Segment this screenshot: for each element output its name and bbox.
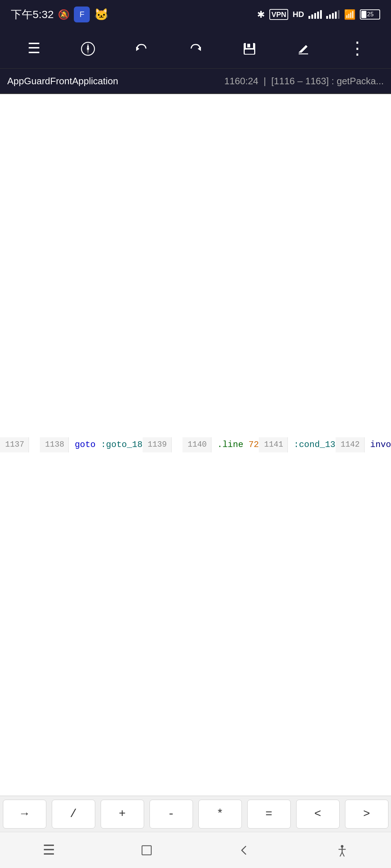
line-content: :cond_13: [288, 437, 335, 452]
nav-menu-icon: ☰: [43, 842, 55, 859]
more-icon: ⋮: [349, 38, 365, 59]
edit-icon: [296, 42, 310, 56]
app-icon-1: F: [74, 7, 90, 22]
greater-button[interactable]: >: [345, 800, 388, 829]
code-line-1142: 1142invoke-super {p0}, Landroid/app/Appl…: [336, 94, 391, 796]
file-info-bar: AppGuardFrontApplication 1160:24 | [1116…: [0, 69, 391, 94]
svg-rect-9: [245, 50, 254, 54]
bluetooth-icon: ✱: [257, 9, 265, 20]
status-left: 下午5:32 🔕 F 🐱: [11, 7, 109, 22]
nav-back-icon: [237, 843, 252, 858]
line-content: invoke-super {p0}, Landroid/app/Applicat…: [365, 437, 391, 452]
tab-button[interactable]: →: [3, 800, 46, 829]
nav-bar: ☰: [0, 832, 391, 868]
signal-bars-2: [326, 10, 340, 19]
nav-accessibility-icon: [335, 843, 349, 858]
code-editor[interactable]: 1137 1138goto :goto_181139 1140.line 721…: [0, 94, 391, 796]
status-bar: 下午5:32 🔕 F 🐱 ✱ VPN HD 📶 25: [0, 0, 391, 29]
app-icon-2: 🐱: [94, 8, 109, 21]
code-line-1137: 1137: [0, 94, 40, 796]
svg-line-15: [340, 852, 342, 856]
mute-icon: 🔕: [58, 9, 70, 20]
undo-icon: [134, 42, 149, 56]
signal-bars-1: [308, 10, 322, 19]
svg-marker-3: [87, 50, 89, 54]
line-number: 1141: [259, 437, 288, 452]
line-number: 1140: [182, 437, 211, 452]
line-content: goto :goto_18: [69, 437, 142, 452]
redo-icon: [188, 42, 203, 56]
line-number: 1142: [336, 437, 365, 452]
shortcuts-bar: → / + - * = < >: [0, 796, 391, 832]
save-button[interactable]: [237, 36, 262, 61]
line-range: [1116 – 1163] : getPacka...: [271, 76, 384, 86]
menu-button[interactable]: ☰: [21, 36, 47, 61]
line-number: 1138: [40, 437, 69, 452]
code-line-1140: 1140.line 72: [182, 94, 259, 796]
compass-icon: [81, 42, 95, 56]
svg-rect-11: [142, 846, 151, 855]
minus-button[interactable]: -: [150, 800, 193, 829]
line-number: 1139: [143, 437, 172, 452]
nav-home-button[interactable]: [132, 836, 161, 865]
more-button[interactable]: ⋮: [344, 36, 370, 61]
nav-back-button[interactable]: [230, 836, 259, 865]
file-position: 1160:24 | [1116 – 1163] : getPacka...: [224, 76, 384, 87]
menu-icon: ☰: [28, 40, 41, 58]
code-line-1139: 1139: [143, 94, 182, 796]
svg-marker-2: [87, 43, 89, 48]
nav-home-icon: [139, 843, 154, 858]
file-name: AppGuardFrontApplication: [7, 76, 118, 87]
svg-line-16: [342, 852, 344, 856]
nav-menu-button[interactable]: ☰: [34, 836, 63, 865]
nav-accessibility-button[interactable]: [328, 836, 357, 865]
separator: |: [261, 76, 271, 86]
cursor-position: 1160:24: [224, 76, 258, 86]
toolbar: ☰ ⋮: [0, 29, 391, 69]
plus-button[interactable]: +: [101, 800, 144, 829]
wifi-icon: 📶: [344, 9, 356, 20]
edit-button[interactable]: [290, 36, 316, 61]
code-line-1138: 1138goto :goto_18: [40, 94, 142, 796]
vpn-icon: VPN: [269, 9, 288, 20]
line-content: .line 72: [211, 437, 259, 452]
battery-icon: 25: [360, 9, 380, 20]
code-line-1141: 1141:cond_13: [259, 94, 335, 796]
status-right: ✱ VPN HD 📶 25: [257, 9, 380, 20]
line-number: 1137: [0, 437, 29, 452]
hd-icon: HD: [293, 10, 304, 19]
asterisk-button[interactable]: *: [198, 800, 242, 829]
redo-button[interactable]: [183, 36, 208, 61]
svg-rect-8: [247, 44, 250, 47]
compass-button[interactable]: [75, 36, 101, 61]
undo-button[interactable]: [129, 36, 154, 61]
line-content: [29, 437, 40, 452]
equals-button[interactable]: =: [247, 800, 291, 829]
battery-level: 25: [367, 11, 374, 18]
svg-point-1: [87, 48, 89, 50]
status-time: 下午5:32: [11, 7, 54, 22]
slash-button[interactable]: /: [52, 800, 95, 829]
save-icon: [242, 42, 257, 56]
line-content: [172, 437, 182, 452]
less-button[interactable]: <: [296, 800, 340, 829]
